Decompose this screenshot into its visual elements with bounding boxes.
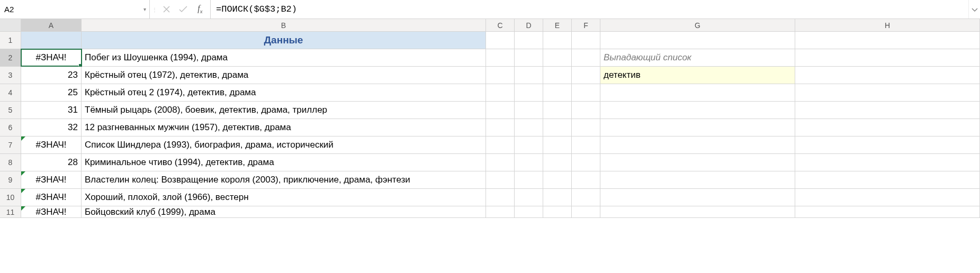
row-header[interactable]: 9 (0, 171, 21, 188)
col-header-E[interactable]: E (543, 19, 572, 31)
cell-C3[interactable] (486, 67, 515, 84)
cell-F11[interactable] (572, 206, 600, 217)
cell-D9[interactable] (515, 171, 543, 188)
col-header-A[interactable]: A (21, 19, 82, 31)
cell-B6[interactable]: 12 разгневанных мужчин (1957), детектив,… (82, 119, 486, 136)
cell-D2[interactable] (515, 49, 543, 66)
col-header-B[interactable]: B (82, 19, 486, 31)
cell-E4[interactable] (543, 84, 572, 101)
name-box[interactable]: ▾ (0, 0, 150, 19)
cell-H11[interactable] (795, 206, 980, 217)
row-header[interactable]: 5 (0, 102, 21, 119)
cell-A1[interactable] (21, 32, 82, 49)
cell-A5[interactable]: 31 (21, 102, 82, 119)
row-header[interactable]: 7 (0, 136, 21, 153)
row-header[interactable]: 3 (0, 67, 21, 84)
cell-C1[interactable] (486, 32, 515, 49)
cell-C6[interactable] (486, 119, 515, 136)
cell-A3[interactable]: 23 (21, 67, 82, 84)
cell-D7[interactable] (515, 136, 543, 153)
cell-F10[interactable] (572, 189, 600, 206)
row-header[interactable]: 8 (0, 154, 21, 171)
enter-button[interactable] (175, 3, 191, 16)
cell-H2[interactable] (795, 49, 980, 66)
row-header[interactable]: 11 (0, 206, 21, 217)
cell-F3[interactable] (572, 67, 600, 84)
cell-B3[interactable]: Крёстный отец (1972), детектив, драма (82, 67, 486, 84)
cell-A10[interactable]: #ЗНАЧ! (21, 189, 82, 206)
cell-G7[interactable] (600, 136, 795, 153)
cell-B7[interactable]: Список Шиндлера (1993), биография, драма… (82, 136, 486, 153)
cell-G8[interactable] (600, 154, 795, 171)
row-header[interactable]: 6 (0, 119, 21, 136)
cell-B8[interactable]: Криминальное чтиво (1994), детектив, дра… (82, 154, 486, 171)
cell-A11[interactable]: #ЗНАЧ! (21, 206, 82, 217)
cell-H10[interactable] (795, 189, 980, 206)
col-header-G[interactable]: G (600, 19, 795, 31)
cancel-button[interactable] (158, 3, 174, 16)
formula-input[interactable] (211, 0, 968, 19)
cell-E1[interactable] (543, 32, 572, 49)
select-all-corner[interactable] (0, 19, 21, 31)
cell-H3[interactable] (795, 67, 980, 84)
cell-B2[interactable]: Побег из Шоушенка (1994), драма (82, 49, 486, 66)
cell-G3[interactable]: детектив (600, 67, 795, 84)
cell-H9[interactable] (795, 171, 980, 188)
cell-G4[interactable] (600, 84, 795, 101)
cell-G5[interactable] (600, 102, 795, 119)
cell-A8[interactable]: 28 (21, 154, 82, 171)
row-header[interactable]: 2 (0, 49, 21, 66)
cell-E10[interactable] (543, 189, 572, 206)
cell-G9[interactable] (600, 171, 795, 188)
cell-F2[interactable] (572, 49, 600, 66)
cell-E2[interactable] (543, 49, 572, 66)
cell-F1[interactable] (572, 32, 600, 49)
cell-F5[interactable] (572, 102, 600, 119)
col-header-H[interactable]: H (795, 19, 980, 31)
cell-D6[interactable] (515, 119, 543, 136)
cell-B4[interactable]: Крёстный отец 2 (1974), детектив, драма (82, 84, 486, 101)
cell-F4[interactable] (572, 84, 600, 101)
cell-B9[interactable]: Властелин колец: Возвращение короля (200… (82, 171, 486, 188)
cell-B5[interactable]: Тёмный рыцарь (2008), боевик, детектив, … (82, 102, 486, 119)
cell-C10[interactable] (486, 189, 515, 206)
cell-B11[interactable]: Бойцовский клуб (1999), драма (82, 206, 486, 217)
cell-H7[interactable] (795, 136, 980, 153)
col-header-D[interactable]: D (515, 19, 543, 31)
cell-H5[interactable] (795, 102, 980, 119)
cell-D11[interactable] (515, 206, 543, 217)
name-box-dropdown-icon[interactable]: ▾ (143, 6, 146, 12)
cell-E5[interactable] (543, 102, 572, 119)
cell-D8[interactable] (515, 154, 543, 171)
cell-E6[interactable] (543, 119, 572, 136)
cell-B1[interactable]: Данные (82, 32, 486, 49)
cell-C9[interactable] (486, 171, 515, 188)
cell-G10[interactable] (600, 189, 795, 206)
cell-D1[interactable] (515, 32, 543, 49)
cell-G2[interactable]: Выпадающий список (600, 49, 795, 66)
cell-A9[interactable]: #ЗНАЧ! (21, 171, 82, 188)
row-header[interactable]: 4 (0, 84, 21, 101)
cell-F9[interactable] (572, 171, 600, 188)
cell-E7[interactable] (543, 136, 572, 153)
cell-C7[interactable] (486, 136, 515, 153)
cell-B10[interactable]: Хороший, плохой, злой (1966), вестерн (82, 189, 486, 206)
cell-D10[interactable] (515, 189, 543, 206)
cell-G11[interactable] (600, 206, 795, 217)
cell-G1[interactable] (600, 32, 795, 49)
cell-A7[interactable]: #ЗНАЧ! (21, 136, 82, 153)
spreadsheet[interactable]: ABCDEFGH 1Данные2#ЗНАЧ!Побег из Шоушенка… (0, 19, 980, 218)
cell-H8[interactable] (795, 154, 980, 171)
cell-A6[interactable]: 32 (21, 119, 82, 136)
cell-D4[interactable] (515, 84, 543, 101)
cell-D5[interactable] (515, 102, 543, 119)
cell-C5[interactable] (486, 102, 515, 119)
cell-F7[interactable] (572, 136, 600, 153)
expand-formula-bar-button[interactable] (968, 0, 980, 19)
cell-A4[interactable]: 25 (21, 84, 82, 101)
cell-E8[interactable] (543, 154, 572, 171)
cell-C11[interactable] (486, 206, 515, 217)
name-box-input[interactable] (4, 5, 145, 14)
row-header[interactable]: 10 (0, 189, 21, 206)
cell-E9[interactable] (543, 171, 572, 188)
